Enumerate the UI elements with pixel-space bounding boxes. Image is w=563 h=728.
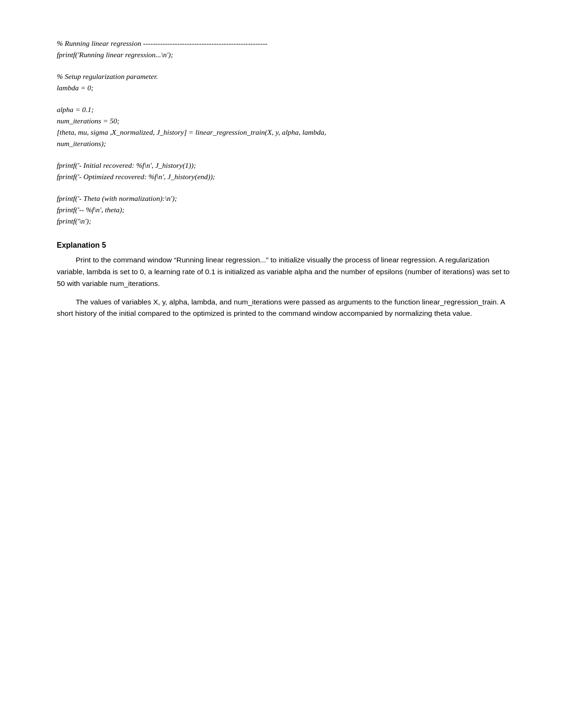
explanation-heading: Explanation 5 [57,241,516,250]
main-content: % Running linear regression ------------… [57,38,516,320]
code-line-3-2: num_iterations = 50; [57,115,516,127]
code-block-5: fprintf('- Theta (with normalization):\n… [57,193,516,227]
explanation-paragraph-2: The values of variables X, y, alpha, lam… [57,296,516,320]
code-line-5-3: fprintf('\n'); [57,216,516,227]
code-line-2-2: lambda = 0; [57,82,516,94]
code-line-5-2: fprintf('-- %f\n', theta); [57,204,516,216]
code-block-1: % Running linear regression ------------… [57,38,516,61]
explanation-body: Print to the command window “Running lin… [57,254,516,320]
code-block-4: fprintf('- Initial recovered: %f\n', J_h… [57,160,516,182]
code-group-3: alpha = 0.1; num_iterations = 50; [theta… [57,104,516,149]
code-group-4: fprintf('- Initial recovered: %f\n', J_h… [57,160,516,182]
code-block-2: % Setup regularization parameter. lambda… [57,71,516,94]
code-line-3-4: num_iterations); [57,138,516,149]
code-line-1-1: % Running linear regression ------------… [57,38,516,49]
code-group-2: % Setup regularization parameter. lambda… [57,71,516,94]
code-line-3-3: [theta, mu, sigma ,X_normalized, J_histo… [57,127,516,138]
code-line-5-1: fprintf('- Theta (with normalization):\n… [57,193,516,204]
code-line-4-1: fprintf('- Initial recovered: %f\n', J_h… [57,160,516,171]
code-line-2-1: % Setup regularization parameter. [57,71,516,82]
code-line-3-1: alpha = 0.1; [57,104,516,115]
code-group-5: fprintf('- Theta (with normalization):\n… [57,193,516,227]
code-line-1-2: fprintf('Running linear regression...\n'… [57,49,516,61]
code-group-1: % Running linear regression ------------… [57,38,516,61]
explanation-section: Explanation 5 Print to the command windo… [57,241,516,320]
code-line-4-2: fprintf('- Optimized recovered: %f\n', J… [57,171,516,182]
code-block-3: alpha = 0.1; num_iterations = 50; [theta… [57,104,516,149]
explanation-paragraph-1: Print to the command window “Running lin… [57,254,516,289]
code-section: % Running linear regression ------------… [57,38,516,227]
